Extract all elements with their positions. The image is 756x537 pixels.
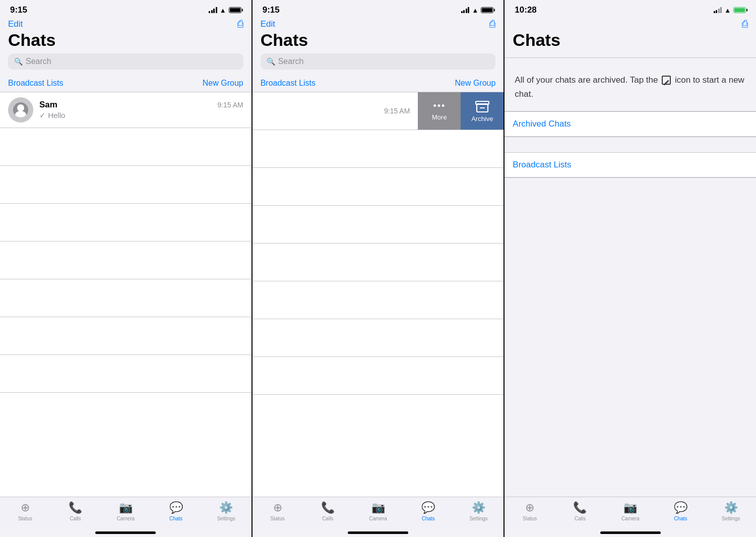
signal-bar: [714, 11, 715, 13]
chat-item-sam[interactable]: Sam 9:15 AM ✓ Hello: [0, 92, 251, 128]
phone-panel-2: 9:15 ▲ Edit ⎙ Chats 🔍 Search Broadcast: [251, 0, 504, 537]
tab-chats-1[interactable]: 💬 Chats: [161, 501, 191, 521]
empty-chat-text: All of your chats are archived. Tap the …: [515, 73, 746, 100]
search-icon-2: 🔍: [267, 57, 275, 66]
tab-bar-1: ⊕ Status 📞 Calls 📷 Camera 💬 Chats ⚙️ Set…: [0, 497, 251, 529]
home-indicator-2: [348, 531, 408, 534]
chat-preview-sam: ✓ Hello: [39, 111, 243, 120]
broadcast-lists-link-2[interactable]: Broadcast Lists: [261, 79, 316, 88]
home-indicator-1: [95, 531, 156, 534]
archive-swipe-label: Archive: [471, 115, 493, 123]
empty-row: [0, 242, 251, 279]
empty-rows-1: [0, 128, 251, 393]
empty-row: [0, 355, 251, 393]
swipe-actions: ••• More Archive: [418, 92, 503, 130]
empty-row: [253, 319, 504, 357]
action-row-2: Broadcast Lists New Group: [253, 74, 504, 92]
search-bar-1[interactable]: 🔍 Search: [8, 53, 243, 70]
tab-chats-2[interactable]: 💬 Chats: [413, 501, 444, 521]
empty-row: [0, 166, 251, 204]
header-top-row-3: ⎙: [513, 18, 748, 30]
tab-calls-1[interactable]: 📞 Calls: [60, 501, 91, 521]
chats-tab-label-1: Chats: [169, 516, 182, 521]
camera-tab-label-3: Camera: [621, 516, 640, 521]
settings-tab-label-3: Settings: [722, 516, 740, 521]
calls-tab-label-3: Calls: [575, 516, 586, 521]
tab-settings-3[interactable]: ⚙️ Settings: [716, 501, 746, 521]
settings-tab-label-1: Settings: [217, 516, 235, 521]
calls-tab-icon-1: 📞: [69, 501, 82, 514]
chat-name-sam: Sam: [39, 100, 57, 110]
camera-tab-icon-3: 📷: [623, 501, 637, 514]
tab-status-3[interactable]: ⊕ Status: [515, 501, 545, 521]
page-title-1: Chats: [8, 31, 243, 49]
status-tab-label-1: Status: [18, 516, 32, 521]
edit-button-1[interactable]: Edit: [8, 19, 23, 29]
avatar-person-sam: [13, 102, 28, 117]
tab-camera-2[interactable]: 📷 Camera: [363, 501, 393, 521]
signal-bar: [209, 11, 210, 13]
compose-icon-2[interactable]: ⎙: [489, 18, 495, 30]
tab-calls-3[interactable]: 📞 Calls: [565, 501, 595, 521]
swipe-chat-time: 9:15 AM: [384, 107, 410, 115]
status-bar-3: 10:28 ▲: [505, 0, 756, 17]
empty-content-area: All of your chats are archived. Tap the …: [505, 57, 756, 497]
tab-settings-1[interactable]: ⚙️ Settings: [211, 501, 241, 521]
broadcast-lists-link-3[interactable]: Broadcast Lists: [505, 153, 756, 177]
compose-icon-3[interactable]: ⎙: [742, 18, 748, 30]
status-icons-3: ▲: [714, 7, 746, 14]
battery-fill-2: [482, 8, 492, 12]
tab-chats-3[interactable]: 💬 Chats: [665, 501, 696, 521]
wifi-icon-3: ▲: [724, 7, 731, 14]
signal-bar: [720, 7, 722, 13]
signal-bars-3: [714, 7, 722, 13]
status-tab-label-3: Status: [523, 516, 537, 521]
compose-inline-icon: [662, 76, 671, 85]
search-placeholder-2: Search: [278, 57, 304, 66]
wifi-icon-1: ▲: [220, 7, 226, 14]
new-group-link-2[interactable]: New Group: [455, 79, 495, 88]
phone-panel-3: 10:28 ▲ ⎙ Chats All of your chats: [503, 0, 756, 537]
battery-fill-1: [230, 8, 240, 12]
signal-bar: [463, 10, 465, 13]
page-title-2: Chats: [261, 31, 496, 49]
header-area-2: Edit ⎙ Chats 🔍 Search: [253, 17, 504, 74]
signal-bar: [466, 9, 467, 13]
phone-panel-1: 9:15 ▲ Edit ⎙ Chats 🔍 Search Broadcast: [0, 0, 251, 537]
tab-camera-1[interactable]: 📷 Camera: [110, 501, 141, 521]
compose-icon-1[interactable]: ⎙: [237, 18, 243, 30]
broadcast-lists-link-1[interactable]: Broadcast Lists: [8, 79, 63, 88]
tab-camera-3[interactable]: 📷 Camera: [615, 501, 646, 521]
archived-chats-link[interactable]: Archived Chats: [505, 111, 756, 137]
status-bar-1: 9:15 ▲: [0, 0, 251, 17]
more-swipe-button[interactable]: ••• More: [418, 92, 461, 130]
chat-list-1: Sam 9:15 AM ✓ Hello: [0, 92, 251, 497]
status-tab-icon-3: ⊕: [525, 501, 534, 514]
empty-row: [253, 281, 504, 319]
edit-button-2[interactable]: Edit: [261, 19, 275, 29]
tab-status-1[interactable]: ⊕ Status: [10, 501, 40, 521]
settings-tab-icon-2: ⚙️: [472, 501, 485, 514]
tab-bar-3: ⊕ Status 📞 Calls 📷 Camera 💬 Chats ⚙️ Set…: [505, 497, 756, 529]
more-swipe-label: More: [432, 113, 447, 121]
tab-calls-2[interactable]: 📞 Calls: [312, 501, 343, 521]
calls-tab-label-1: Calls: [70, 516, 81, 521]
chats-tab-icon-3: 💬: [674, 501, 687, 514]
camera-tab-label-2: Camera: [369, 516, 387, 521]
tab-status-2[interactable]: ⊕ Status: [263, 501, 293, 521]
status-bar-2: 9:15 ▲: [253, 0, 504, 17]
empty-rows-2: [253, 130, 504, 395]
search-bar-2[interactable]: 🔍 Search: [261, 53, 496, 70]
camera-tab-label-1: Camera: [117, 516, 135, 521]
search-icon-1: 🔍: [14, 57, 23, 66]
archive-swipe-button[interactable]: Archive: [461, 92, 503, 130]
camera-tab-icon-2: 📷: [371, 501, 385, 514]
tab-settings-2[interactable]: ⚙️ Settings: [463, 501, 493, 521]
chat-time-sam: 9:15 AM: [217, 101, 243, 109]
calls-tab-label-2: Calls: [322, 516, 333, 521]
status-time-2: 9:15: [263, 5, 280, 15]
chats-tab-icon-1: 💬: [169, 501, 183, 514]
status-time-1: 9:15: [10, 5, 27, 15]
settings-tab-icon-3: ⚙️: [724, 501, 738, 514]
new-group-link-1[interactable]: New Group: [203, 79, 243, 88]
